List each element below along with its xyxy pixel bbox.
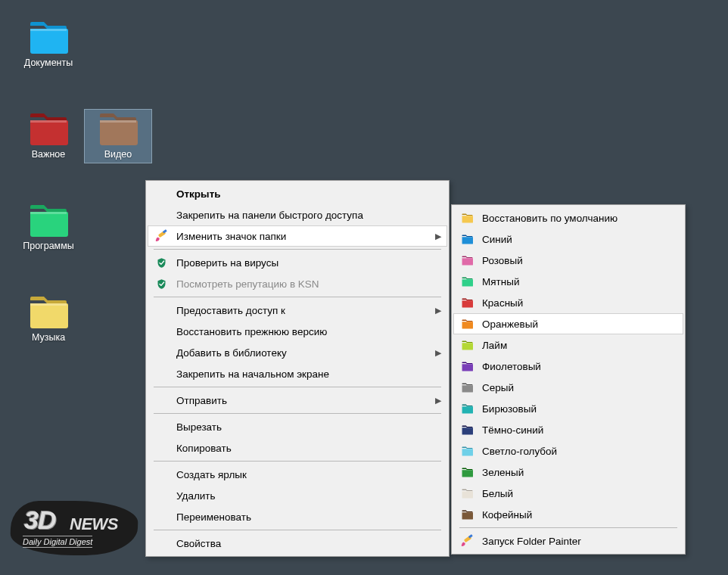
folder-swatch-icon	[459, 316, 474, 331]
submenu-item[interactable]: Оранжевый	[453, 313, 683, 334]
menu-item-label: Мятный	[482, 276, 667, 288]
context-menu-item[interactable]: Создать ярлык	[148, 464, 447, 485]
submenu-item[interactable]: Синий	[453, 228, 683, 250]
context-menu-item[interactable]: Закрепить на начальном экране	[148, 363, 447, 384]
context-menu-item[interactable]: Предоставить доступ к▶	[148, 300, 447, 321]
menu-item-label: Серый	[482, 382, 667, 393]
context-menu-item[interactable]: Добавить в библиотеку▶	[148, 342, 447, 363]
submenu-item[interactable]: Мятный	[453, 271, 683, 292]
desktop-folder-label: Важное	[32, 149, 65, 160]
submenu-arrow-icon: ▶	[431, 232, 441, 241]
desktop-folder-label: Музыка	[32, 332, 65, 343]
menu-item-label: Синий	[482, 234, 667, 245]
menu-item-label: Удалить	[176, 490, 431, 502]
icon-slot	[154, 366, 169, 381]
menu-item-label: Проверить на вирусы	[176, 257, 431, 269]
menu-item-label: Восстановить по умолчанию	[482, 213, 667, 224]
menu-item-label: Запуск Folder Painter	[482, 536, 667, 547]
menu-item-label: Закрепить на начальном экране	[176, 368, 431, 380]
icon-slot	[154, 440, 169, 455]
menu-item-label: Изменить значок папки	[176, 231, 431, 242]
folder-swatch-icon	[459, 401, 474, 416]
folder-swatch-icon	[459, 465, 474, 480]
submenu-item[interactable]: Кофейный	[453, 504, 683, 525]
menu-item-label: Зеленый	[482, 467, 667, 478]
folder-swatch-icon	[459, 486, 474, 501]
menu-item-label: Отправить	[176, 395, 431, 406]
submenu-item[interactable]: Восстановить по умолчанию	[453, 207, 683, 228]
submenu-item[interactable]: Серый	[453, 377, 683, 398]
submenu-arrow-icon: ▶	[431, 348, 441, 358]
desktop[interactable]: { "desktop_icons": [ { "label": "Докумен…	[0, 0, 728, 575]
context-menu-item[interactable]: Проверить на вирусы	[148, 252, 447, 273]
menu-item-label: Фиолетовый	[482, 361, 667, 372]
folder-swatch-icon	[459, 507, 474, 522]
menu-separator	[154, 530, 441, 530]
context-menu-item[interactable]: Отправить▶	[148, 390, 447, 411]
icon-slot	[154, 207, 169, 222]
icon-slot	[154, 345, 169, 360]
desktop-folder[interactable]: Важное	[15, 110, 82, 163]
icon-slot	[154, 324, 169, 339]
watermark-logo: 3D NEWS Daily Digital Digest	[11, 501, 138, 555]
menu-separator	[459, 527, 677, 528]
context-menu-item[interactable]: Изменить значок папки▶	[148, 225, 447, 247]
menu-item-label: Вырезать	[176, 421, 431, 433]
menu-item-label: Светло-голубой	[482, 446, 667, 457]
icon-slot	[154, 467, 169, 482]
menu-item-label: Закрепить на панели быстрого доступа	[176, 210, 431, 221]
context-menu-item[interactable]: Свойства	[148, 533, 447, 554]
desktop-folder[interactable]: Программы	[15, 201, 82, 254]
submenu-item[interactable]: Бирюзовый	[453, 398, 683, 419]
folder-swatch-icon	[459, 422, 474, 437]
desktop-folder[interactable]: Музыка	[15, 293, 82, 346]
submenu-item[interactable]: Светло-голубой	[453, 440, 683, 462]
context-menu-item[interactable]: Копировать	[148, 437, 447, 458]
context-menu-item[interactable]: Вырезать	[148, 416, 447, 437]
submenu-item[interactable]: Запуск Folder Painter	[453, 530, 683, 552]
menu-separator	[154, 297, 441, 297]
desktop-folder-label: Программы	[23, 241, 74, 251]
submenu-item[interactable]: Белый	[453, 483, 683, 504]
icon-slot	[154, 303, 169, 318]
desktop-folder-label: Видео	[104, 149, 132, 160]
folder-swatch-icon	[459, 337, 474, 353]
folder-color-submenu: Восстановить по умолчанию Синий Розовый …	[451, 204, 686, 555]
icon-slot	[154, 419, 169, 434]
icon-slot	[154, 536, 169, 551]
context-menu-item[interactable]: Закрепить на панели быстрого доступа	[148, 204, 447, 225]
menu-item-label: Восстановить прежнюю версию	[176, 326, 431, 337]
paint-icon	[154, 228, 169, 244]
submenu-item[interactable]: Красный	[453, 292, 683, 313]
context-menu-item[interactable]: Удалить	[148, 485, 447, 506]
submenu-item[interactable]: Фиолетовый	[453, 356, 683, 377]
context-menu-item: Посмотреть репутацию в KSN	[148, 273, 447, 294]
menu-item-label: Лайм	[482, 340, 667, 351]
desktop-folder[interactable]: Видео	[85, 110, 151, 163]
submenu-item[interactable]: Розовый	[453, 250, 683, 271]
menu-item-label: Белый	[482, 488, 667, 499]
context-menu-item[interactable]: Открыть	[148, 183, 447, 204]
menu-separator	[154, 249, 441, 250]
context-menu-item[interactable]: Восстановить прежнюю версию	[148, 321, 447, 342]
folder-swatch-icon	[459, 359, 474, 374]
menu-item-label: Посмотреть репутацию в KSN	[176, 278, 431, 290]
paint-icon	[459, 533, 474, 549]
folder-swatch-icon	[459, 380, 474, 395]
submenu-arrow-icon: ▶	[431, 396, 441, 406]
menu-item-label: Свойства	[176, 538, 431, 549]
submenu-item[interactable]: Тёмно-синий	[453, 419, 683, 440]
shield-icon	[154, 255, 169, 270]
icon-slot	[154, 186, 169, 201]
submenu-item[interactable]: Зеленый	[453, 462, 683, 483]
icon-slot	[154, 509, 169, 524]
icon-slot	[154, 393, 169, 408]
menu-separator	[154, 461, 441, 462]
menu-separator	[154, 413, 441, 414]
submenu-item[interactable]: Лайм	[453, 334, 683, 356]
context-menu-item[interactable]: Переименовать	[148, 506, 447, 527]
desktop-folder[interactable]: Документы	[15, 18, 82, 71]
menu-item-label: Тёмно-синий	[482, 424, 667, 436]
icon-slot	[154, 488, 169, 503]
submenu-arrow-icon: ▶	[431, 306, 441, 315]
